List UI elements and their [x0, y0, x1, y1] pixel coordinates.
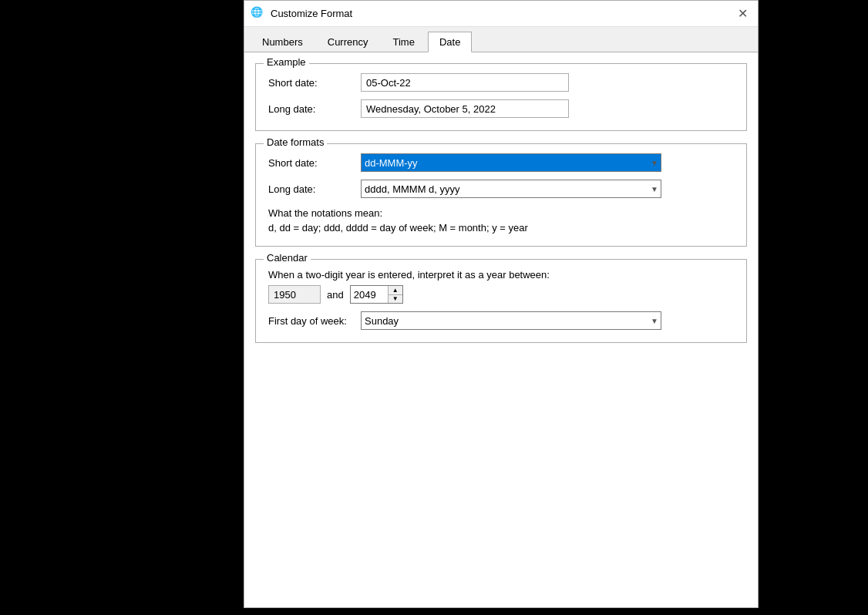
- short-date-example-row: Short date:: [268, 73, 734, 92]
- year-end-input[interactable]: [351, 286, 388, 303]
- long-date-format-row: Long date: dddd, MMMM d, yyyy MMMM d, yy…: [268, 180, 734, 198]
- long-date-example-value: [361, 99, 569, 118]
- first-day-row: First day of week: Sunday Monday Tuesday…: [268, 311, 734, 330]
- example-legend: Example: [264, 56, 309, 68]
- long-date-format-label: Long date:: [268, 183, 361, 195]
- notations-block: What the notations mean: d, dd = day; dd…: [268, 207, 734, 234]
- year-and-label: and: [327, 289, 344, 301]
- close-button[interactable]: ✕: [733, 5, 752, 23]
- notations-title: What the notations mean:: [268, 207, 734, 219]
- first-day-select[interactable]: Sunday Monday Tuesday Wednesday Thursday…: [361, 311, 661, 330]
- year-range-label: When a two-digit year is entered, interp…: [268, 269, 734, 281]
- dialog-content: Example Short date: Long date: Date form…: [244, 52, 758, 607]
- long-date-example-label: Long date:: [268, 103, 361, 115]
- short-date-example-label: Short date:: [268, 77, 361, 89]
- year-range-row: and ▲ ▼: [268, 285, 734, 304]
- year-start-input: [268, 285, 321, 304]
- long-date-select[interactable]: dddd, MMMM d, yyyy MMMM d, yyyy dddd, d …: [361, 180, 661, 198]
- short-date-example-value: [361, 73, 569, 92]
- window-icon: 🌐: [251, 6, 266, 22]
- year-end-increment-button[interactable]: ▲: [389, 286, 402, 295]
- year-end-spinner: ▲ ▼: [350, 285, 403, 304]
- date-formats-section: Date formats Short date: dd-MMM-yy M/d/y…: [255, 143, 747, 247]
- long-date-select-wrapper: dddd, MMMM d, yyyy MMMM d, yyyy dddd, d …: [361, 180, 661, 198]
- customize-format-dialog: 🌐 Customize Format ✕ Numbers Currency Ti…: [244, 0, 759, 608]
- first-day-label: First day of week:: [268, 315, 361, 327]
- short-date-format-label: Short date:: [268, 157, 361, 169]
- example-section: Example Short date: Long date:: [255, 63, 747, 131]
- short-date-format-row: Short date: dd-MMM-yy M/d/yyyy M/d/yy MM…: [268, 153, 734, 172]
- notations-text: d, dd = day; ddd, dddd = day of week; M …: [268, 222, 734, 234]
- tab-bar: Numbers Currency Time Date: [244, 27, 758, 52]
- year-end-decrement-button[interactable]: ▼: [389, 295, 402, 304]
- tab-currency[interactable]: Currency: [316, 32, 380, 52]
- date-formats-legend: Date formats: [264, 136, 327, 148]
- calendar-legend: Calendar: [264, 252, 311, 264]
- year-end-spinner-buttons: ▲ ▼: [388, 286, 402, 303]
- tab-numbers[interactable]: Numbers: [251, 32, 315, 52]
- window-title: Customize Format: [271, 8, 733, 19]
- title-bar: 🌐 Customize Format ✕: [244, 1, 758, 27]
- calendar-section: Calendar When a two-digit year is entere…: [255, 259, 747, 343]
- short-date-select-wrapper: dd-MMM-yy M/d/yyyy M/d/yy MM/dd/yy MM/dd…: [361, 153, 661, 172]
- first-day-select-wrapper: Sunday Monday Tuesday Wednesday Thursday…: [361, 311, 661, 330]
- short-date-select[interactable]: dd-MMM-yy M/d/yyyy M/d/yy MM/dd/yy MM/dd…: [361, 153, 661, 172]
- tab-time[interactable]: Time: [382, 32, 426, 52]
- long-date-example-row: Long date:: [268, 99, 734, 118]
- tab-date[interactable]: Date: [428, 32, 472, 52]
